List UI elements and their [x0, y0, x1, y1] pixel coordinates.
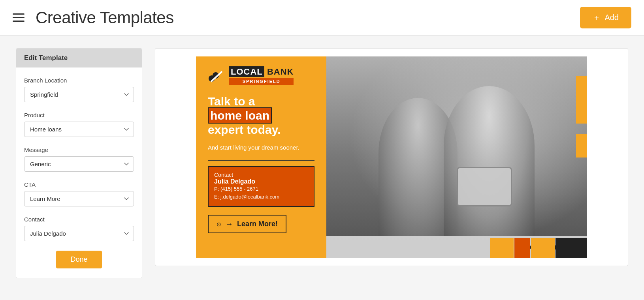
color-strip-4 — [555, 238, 587, 258]
done-button[interactable]: Done — [56, 251, 102, 268]
ad-cta-button[interactable]: ⊙ → Learn More! — [208, 215, 286, 233]
contact-box-email: E: j.delgado@localbank.com — [214, 193, 308, 201]
message-label: Message — [24, 146, 134, 153]
headline-highlight: home loan — [208, 107, 272, 124]
message-field: Message Generic Seasonal Promotional — [24, 146, 134, 172]
add-template-button[interactable]: ＋ Add — [580, 7, 631, 28]
cta-select[interactable]: Learn More Apply Now Contact Us Get Star… — [24, 191, 134, 206]
contact-box-name: Julia Delgado — [214, 178, 308, 185]
bank-location-badge: SPRINGFIELD — [229, 78, 294, 85]
bank-logo: LOCAL BANK SPRINGFIELD — [208, 68, 314, 85]
ad-photo — [326, 56, 587, 258]
yellow-accent-1 — [576, 76, 587, 124]
tablet-figure — [457, 167, 512, 206]
edit-panel: Edit Template Branch Location Springfiel… — [16, 48, 142, 278]
ad-headline: Talk to a home loan expert today. — [208, 94, 314, 137]
hamburger-menu[interactable] — [13, 13, 24, 22]
yellow-accent-2 — [576, 134, 587, 158]
hamburger-line — [13, 13, 24, 15]
product-label: Product — [24, 112, 134, 118]
contact-select[interactable]: Julia Delgado John Smith Maria Garcia — [24, 226, 134, 241]
cta-button-label: Learn More! — [237, 220, 278, 228]
contact-box-label: Contact — [214, 172, 308, 178]
hamburger-line — [13, 17, 24, 18]
header-left: Creative Templates — [13, 8, 174, 27]
contact-label: Contact — [24, 216, 134, 223]
preview-panel: LOCAL BANK SPRINGFIELD Talk to a home lo… — [155, 48, 628, 266]
ad-left-section: LOCAL BANK SPRINGFIELD Talk to a home lo… — [196, 56, 326, 258]
main-content: Edit Template Branch Location Springfiel… — [0, 36, 644, 291]
ad-creative: LOCAL BANK SPRINGFIELD Talk to a home lo… — [196, 56, 587, 258]
color-strip-1 — [490, 238, 514, 258]
message-select[interactable]: Generic Seasonal Promotional — [24, 156, 134, 172]
branch-location-field: Branch Location Springfield Downtown Wes… — [24, 77, 134, 102]
edit-panel-body: Branch Location Springfield Downtown Wes… — [16, 68, 142, 278]
headline-part2: expert today. — [208, 123, 281, 136]
edit-panel-header: Edit Template — [16, 49, 142, 68]
ad-color-strip — [490, 238, 587, 258]
cta-arrow-icon: → — [225, 219, 233, 229]
cta-field: CTA Learn More Apply Now Contact Us Get … — [24, 181, 134, 206]
person-right-figure — [444, 86, 535, 236]
branch-location-label: Branch Location — [24, 77, 134, 84]
ad-divider — [208, 160, 314, 161]
page-title: Creative Templates — [36, 8, 174, 27]
ad-subtext: And start living your dream sooner. — [208, 143, 314, 152]
hamburger-line — [13, 21, 24, 22]
ad-contact-box: Contact Julia Delgado P: (415) 555 - 267… — [208, 166, 314, 207]
cta-circle-icon: ⊙ — [217, 221, 221, 227]
bank-logo-text: LOCAL BANK SPRINGFIELD — [229, 68, 294, 85]
cta-label: CTA — [24, 181, 134, 188]
plus-icon: ＋ — [593, 12, 601, 23]
app-header: Creative Templates ＋ Add — [0, 0, 644, 36]
color-strip-3 — [531, 238, 555, 258]
color-strip-2 — [514, 238, 530, 258]
yellow-accent-bars — [576, 76, 587, 158]
contact-box-phone: P: (415) 555 - 2671 — [214, 185, 308, 193]
bank-name: LOCAL BANK — [229, 68, 294, 76]
bank-logo-icon — [208, 68, 225, 85]
product-select[interactable]: Home loans Auto loans Personal loans Bus… — [24, 122, 134, 137]
branch-location-select[interactable]: Springfield Downtown Westside Northgate — [24, 87, 134, 102]
bank-name-highlight: LOCAL — [229, 66, 264, 77]
contact-field: Contact Julia Delgado John Smith Maria G… — [24, 216, 134, 241]
add-button-label: Add — [604, 13, 619, 22]
edit-panel-title: Edit Template — [24, 54, 68, 62]
headline-part1: Talk to a — [208, 95, 255, 108]
ad-right-section: localbank.com — [326, 56, 587, 258]
product-field: Product Home loans Auto loans Personal l… — [24, 112, 134, 137]
